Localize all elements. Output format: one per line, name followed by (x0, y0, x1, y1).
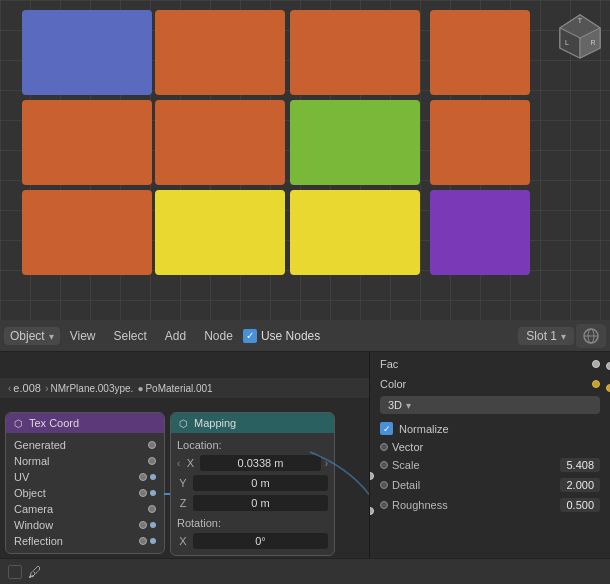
socket-window-blue (150, 522, 156, 528)
detail-value: 2.000 (560, 478, 600, 492)
add-menu[interactable]: Add (157, 325, 194, 347)
location-x-input[interactable] (200, 455, 320, 471)
location-y-input[interactable] (193, 475, 328, 491)
tex-coord-normal: Normal (6, 453, 164, 469)
slot-label: Slot 1 (526, 329, 557, 343)
tex-coord-generated: Generated (6, 437, 164, 453)
tex-coord-node[interactable]: ⬡ Tex Coord Generated Normal (5, 412, 165, 554)
location-title: Mapping (194, 417, 236, 429)
location-x-row: ‹ X › (171, 453, 334, 473)
svg-text:R: R (590, 39, 595, 46)
use-nodes-toggle[interactable]: ✓ Use Nodes (243, 329, 320, 343)
socket-object-blue (150, 490, 156, 496)
dropdown-3d-chevron (406, 399, 411, 411)
fac-label: Fac (380, 358, 398, 370)
dropdown-3d[interactable]: 3D (380, 396, 600, 414)
location-y-row: Y (171, 473, 334, 493)
tex-coord-object: Object (6, 485, 164, 501)
color-tile (430, 190, 530, 275)
left-panel: ‹ e.008 › NMrPlane.003ype. ● PoMaterial.… (0, 352, 370, 584)
right-edge-sockets (606, 362, 610, 392)
vector-input-socket (380, 443, 388, 451)
location-z-input[interactable] (193, 495, 328, 511)
select-menu[interactable]: Select (105, 325, 154, 347)
detail-row: Detail 2.000 (370, 475, 610, 495)
color-tile (155, 190, 285, 275)
view-menu[interactable]: View (62, 325, 104, 347)
detail-label: Detail (392, 479, 420, 491)
fac-socket (592, 360, 600, 368)
normalize-checkbox[interactable]: ✓ (380, 422, 393, 435)
tex-coord-body: Generated Normal UV (6, 433, 164, 553)
roughness-value: 0.500 (560, 498, 600, 512)
color-tile (290, 10, 420, 95)
bottom-status: 🖊 (0, 558, 610, 584)
tex-coord-window: Window (6, 517, 164, 533)
node-menu[interactable]: Node (196, 325, 241, 347)
roughness-label: Roughness (392, 499, 448, 511)
breadcrumb: ‹ e.008 › NMrPlane.003ype. ● PoMaterial.… (0, 378, 369, 398)
object-menu[interactable]: Object (4, 327, 60, 345)
location-node-header: ⬡ Mapping (171, 413, 334, 433)
right-panel: Fac Color 3D ✓ Normalize (370, 352, 610, 584)
color-tile (155, 100, 285, 185)
breadcrumb-item3: ● PoMaterial.001 (137, 383, 212, 394)
color-swatch[interactable] (8, 565, 22, 579)
svg-text:L: L (565, 39, 569, 46)
socket-window (139, 521, 147, 529)
rotation-x-input[interactable] (193, 533, 328, 549)
location-body: Location: ‹ X › Y Z Rotat (171, 433, 334, 555)
edge-socket-color (606, 384, 610, 392)
breadcrumb-item2: › NMrPlane.003ype. (45, 382, 134, 394)
color-row: Color (370, 372, 610, 392)
color-tile (22, 100, 152, 185)
nav-cube[interactable]: T L R (555, 10, 605, 60)
socket-reflection-blue (150, 538, 156, 544)
rotation-x-row: X (171, 531, 334, 551)
scale-row: Scale 5.408 (370, 455, 610, 475)
tex-coord-reflection: Reflection (6, 533, 164, 549)
slot-chevron (561, 329, 566, 343)
eyedropper-icon[interactable]: 🖊 (28, 564, 42, 580)
roughness-row: Roughness 0.500 (370, 495, 610, 515)
scale-socket (380, 461, 388, 469)
use-nodes-checkbox[interactable]: ✓ (243, 329, 257, 343)
socket-uv (139, 473, 147, 481)
sphere-icon[interactable] (576, 324, 606, 348)
color-tile (290, 100, 420, 185)
color-tile (22, 190, 152, 275)
detail-socket (380, 481, 388, 489)
normalize-row: ✓ Normalize (370, 418, 610, 439)
color-tile (430, 10, 530, 95)
bottom-panel: Object View Select Add Node ✓ Use Nodes … (0, 320, 610, 584)
color-socket (592, 380, 600, 388)
svg-text:T: T (578, 17, 583, 24)
use-nodes-label: Use Nodes (261, 329, 320, 343)
tex-coord-camera: Camera (6, 501, 164, 517)
location-z-row: Z (171, 493, 334, 513)
tex-coord-uv: UV (6, 469, 164, 485)
location-node[interactable]: ⬡ Mapping Location: ‹ X › Y (170, 412, 335, 556)
breadcrumb-item1: ‹ e.008 (8, 382, 41, 394)
object-label: Object (10, 329, 45, 343)
object-chevron (49, 329, 54, 343)
viewport[interactable]: T L R (0, 0, 610, 320)
slot-dropdown[interactable]: Slot 1 (518, 327, 574, 345)
rotation-label: Rotation: (171, 515, 334, 531)
edge-socket-fac (606, 362, 610, 370)
socket-reflection (139, 537, 147, 545)
color-tile (155, 10, 285, 95)
dropdown-3d-label: 3D (388, 399, 402, 411)
socket-generated (148, 441, 156, 449)
menu-bar: Object View Select Add Node ✓ Use Nodes … (0, 320, 610, 352)
color-tile (22, 10, 152, 95)
color-label: Color (380, 378, 406, 390)
location-label: Location: (171, 437, 334, 453)
fac-row: Fac (370, 352, 610, 372)
scale-label: Scale (392, 459, 420, 471)
node-area: ‹ e.008 › NMrPlane.003ype. ● PoMaterial.… (0, 352, 610, 584)
roughness-socket (380, 501, 388, 509)
color-tile (290, 190, 420, 275)
socket-normal (148, 457, 156, 465)
tex-coord-title: Tex Coord (29, 417, 79, 429)
